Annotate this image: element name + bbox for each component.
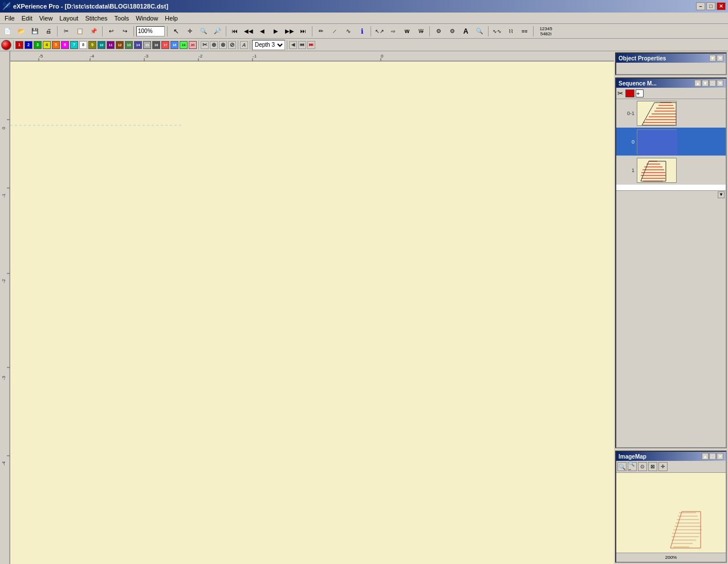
line-btn[interactable]: ⟋	[328, 25, 341, 38]
imagemap-scroll-up[interactable]: ▲	[702, 453, 709, 460]
color-13[interactable]: 13	[125, 41, 133, 49]
expand-icon[interactable]: +	[636, 89, 644, 97]
panel-close-button[interactable]: ✕	[717, 55, 723, 62]
color-8[interactable]: 8	[79, 41, 87, 49]
end-icon[interactable]: ⊗	[219, 41, 227, 49]
seq-item-1[interactable]: 1	[616, 156, 726, 185]
color-16[interactable]: 16	[152, 41, 160, 49]
color-9[interactable]: 9	[88, 41, 96, 49]
marker-icon[interactable]: ⊘	[228, 41, 236, 49]
stitch-w[interactable]: W	[401, 25, 413, 38]
color-4[interactable]: 4	[43, 41, 51, 49]
seq-expand[interactable]: □	[709, 80, 716, 87]
draw-btn[interactable]: ✏	[315, 25, 327, 38]
next3-btn[interactable]: ⏭	[297, 25, 310, 38]
stitch-w2[interactable]: W̶	[414, 25, 427, 38]
cut-button[interactable]: ✂	[60, 25, 72, 38]
zoom-fit-icon[interactable]: ⊙	[638, 462, 647, 471]
next2-btn[interactable]: ▶▶	[283, 25, 296, 38]
imagemap-expand[interactable]: □	[709, 453, 716, 460]
menu-edit[interactable]: Edit	[18, 14, 36, 23]
color-12[interactable]: 12	[116, 41, 124, 49]
tool-b[interactable]: ⇨	[387, 25, 400, 38]
prev3-btn[interactable]: ◀	[256, 25, 269, 38]
panel-controls[interactable]: ▼ ✕	[709, 55, 723, 62]
color-17[interactable]: 17	[161, 41, 169, 49]
color-ball-main[interactable]	[1, 40, 11, 50]
zoom-out-button[interactable]: 🔎	[211, 25, 223, 38]
info-btn[interactable]: ℹ	[356, 25, 368, 38]
color-10[interactable]: 10	[97, 41, 105, 49]
gear2-btn[interactable]: ⚙	[446, 25, 458, 38]
redo-button[interactable]: ↪	[119, 25, 131, 38]
search-btn[interactable]: 🔍	[473, 25, 486, 38]
seq-scroll-down-btn[interactable]: ▼	[718, 191, 725, 198]
zoom-input[interactable]	[136, 26, 165, 36]
color-2[interactable]: 2	[25, 41, 32, 49]
scissors-icon[interactable]: ✂	[201, 41, 209, 49]
color-11[interactable]: 11	[107, 41, 115, 49]
font-a-small[interactable]: A	[240, 41, 248, 49]
color-3[interactable]: 3	[34, 41, 42, 49]
menu-tools[interactable]: Tools	[111, 14, 133, 23]
color-5[interactable]: 5	[52, 41, 60, 49]
minimize-button[interactable]: –	[696, 2, 705, 10]
zoom-in-button[interactable]: 🔍	[197, 25, 210, 38]
prev2-btn[interactable]: ◀◀	[242, 25, 255, 38]
seq-scrollbar[interactable]: ▼	[616, 190, 726, 198]
zoom-out-icon[interactable]: 🔍−	[628, 462, 637, 471]
seq-item-0[interactable]: 0	[616, 128, 726, 156]
undo-button[interactable]: ↩	[105, 25, 117, 38]
paste-button[interactable]: 📌	[87, 25, 100, 38]
nav-left[interactable]: ◀	[289, 41, 297, 49]
seq-item-0-1[interactable]: 0-1	[616, 99, 726, 128]
close-button[interactable]: ✕	[717, 2, 726, 10]
depth-select[interactable]: Depth 3 Depth 1 Depth 2	[252, 40, 285, 50]
nav-start[interactable]: ⏮	[298, 41, 306, 49]
seq-close[interactable]: ✕	[717, 80, 723, 87]
seq-panel-controls[interactable]: ▲ ▼ □ ✕	[694, 80, 723, 87]
color-7[interactable]: 7	[70, 41, 78, 49]
seq-scroll-down[interactable]: ▼	[702, 80, 709, 87]
copy-button[interactable]: 📋	[74, 25, 86, 38]
maximize-button[interactable]: □	[706, 2, 715, 10]
zoom-actual-icon[interactable]: ⊠	[648, 462, 657, 471]
imagemap-close[interactable]: ✕	[717, 453, 723, 460]
prev-btn[interactable]: ⏮	[229, 25, 241, 38]
pin-icon[interactable]: ⊕	[210, 41, 218, 49]
new-button[interactable]: 📄	[1, 25, 14, 38]
zoom-cross-icon[interactable]: ✛	[658, 462, 668, 471]
title-bar-controls[interactable]: – □ ✕	[696, 2, 726, 10]
open-button[interactable]: 📂	[15, 25, 27, 38]
wave3-btn[interactable]: ≡≡	[518, 25, 531, 38]
tool-a[interactable]: ↖↗	[373, 25, 386, 38]
color-20[interactable]: 20	[189, 41, 197, 49]
curve-btn[interactable]: ∿	[342, 25, 355, 38]
canvas-area[interactable]: -5 -4 -3 -2 -1 0 0 -1 -2 -	[0, 51, 614, 564]
imagemap-panel-controls[interactable]: ▲ □ ✕	[702, 453, 723, 460]
menu-layout[interactable]: Layout	[56, 14, 82, 23]
save-button[interactable]: 💾	[29, 25, 41, 38]
print-button[interactable]: 🖨	[42, 25, 55, 38]
color-15[interactable]: 15	[143, 41, 151, 49]
gear-btn[interactable]: ⚙	[432, 25, 445, 38]
menu-window[interactable]: Window	[132, 14, 161, 23]
menu-help[interactable]: Help	[161, 14, 181, 23]
color-14[interactable]: 14	[134, 41, 142, 49]
seq-scroll-up[interactable]: ▲	[694, 80, 701, 87]
menu-file[interactable]: File	[1, 14, 18, 23]
canvas-drawing[interactable]: ⇔ ⊕	[10, 62, 181, 147]
select-button[interactable]: ↖	[170, 25, 182, 38]
panel-pin-button[interactable]: ▼	[709, 55, 716, 62]
color-19[interactable]: 19	[180, 41, 188, 49]
color-1[interactable]: 1	[15, 41, 23, 49]
wave-btn[interactable]: ∿∿	[491, 25, 503, 38]
menu-stitches[interactable]: Stitches	[82, 14, 111, 23]
next-btn[interactable]: ▶	[270, 25, 282, 38]
zoom-in-icon[interactable]: 🔍	[617, 462, 627, 471]
menu-view[interactable]: View	[36, 14, 56, 23]
font-a[interactable]: A	[459, 25, 472, 38]
color-6[interactable]: 6	[61, 41, 69, 49]
move-button[interactable]: ✛	[184, 25, 196, 38]
nav-end[interactable]: ⏭	[307, 41, 315, 49]
